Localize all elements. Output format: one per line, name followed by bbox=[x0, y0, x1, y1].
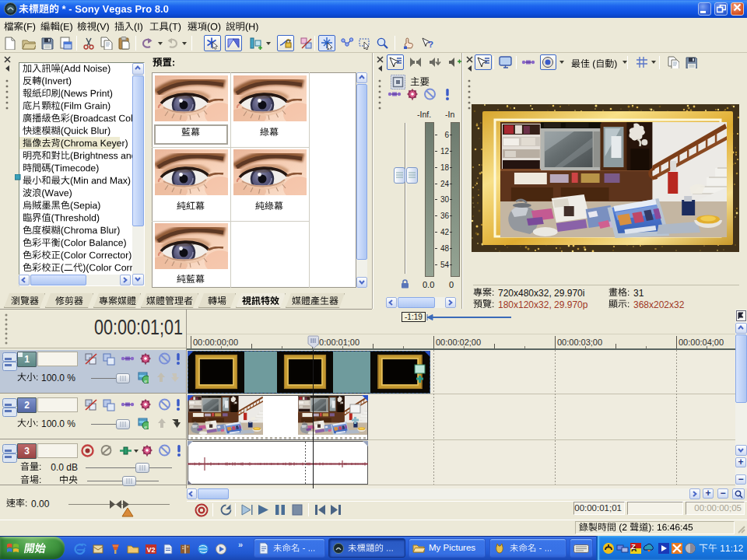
svg-text:a: a bbox=[144, 378, 147, 384]
svg-text:a: a bbox=[144, 424, 147, 430]
svg-text:Z: Z bbox=[631, 543, 636, 551]
svg-text:?: ? bbox=[428, 40, 433, 49]
svg-text:V2: V2 bbox=[147, 546, 156, 554]
